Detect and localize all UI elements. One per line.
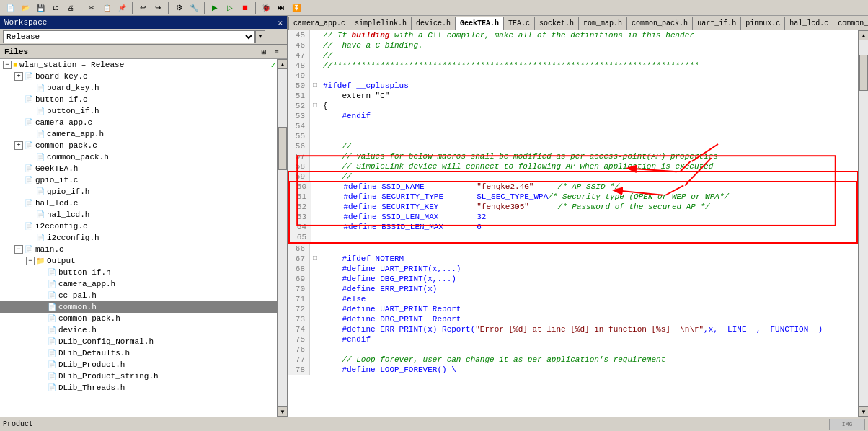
tab-camera-app-c[interactable]: camera_app.c xyxy=(288,17,350,30)
file-icon: 📄 xyxy=(36,187,45,196)
toolbar-saveall-btn[interactable]: 🗂 xyxy=(48,1,63,14)
list-item[interactable]: 📄 DLib_Product_string.h xyxy=(0,370,277,382)
line-content: // Values for below macros shall be modi… xyxy=(320,151,858,161)
code-line: 59 // xyxy=(288,172,858,182)
files-icon-1[interactable]: ⊞ xyxy=(258,46,270,58)
line-number: 60 xyxy=(290,182,311,192)
list-item[interactable]: 📄 gpio_if.h xyxy=(0,186,277,197)
toggle-icon[interactable]: − xyxy=(14,245,23,254)
list-item[interactable]: 📄 cc_pal.h xyxy=(0,290,277,301)
toolbar-stop-btn[interactable]: ⏹ xyxy=(238,1,252,14)
list-item[interactable]: 📄 common_pack.h xyxy=(0,151,277,163)
toolbar-undo-btn[interactable]: ↩ xyxy=(136,1,150,14)
code-line: 58 // SimpleLink device will connect to … xyxy=(288,161,858,172)
tab-simplelink-h[interactable]: simplelink.h xyxy=(350,17,412,30)
line-number: 71 xyxy=(288,294,310,304)
list-item[interactable]: 📄 DLib_Product.h xyxy=(0,359,277,370)
toolbar-step2-btn[interactable]: ⏬ xyxy=(289,1,304,14)
list-item[interactable]: 📄 camera_app.c xyxy=(0,117,277,128)
toggle-icon[interactable]: − xyxy=(26,257,35,265)
list-item[interactable]: 📄 i2cconfig.h xyxy=(0,232,277,244)
toolbar-save-btn[interactable]: 💾 xyxy=(33,1,48,14)
line-number: 55 xyxy=(288,131,310,141)
tab-hal-lcd-c[interactable]: hal_lcd.c xyxy=(784,17,833,30)
tab-common-pack-h[interactable]: common_pack.h xyxy=(626,17,693,30)
list-item[interactable]: 📄 DLib_Config_Normal.h xyxy=(0,336,277,347)
toolbar-print-btn[interactable]: 🖨 xyxy=(63,1,78,14)
list-item[interactable]: 📄 device.h xyxy=(0,324,277,336)
list-item[interactable]: 📄 gpio_if.c xyxy=(0,174,277,186)
tree-area[interactable]: − ■ wlan_station – Release ✓ + 📄 board_k… xyxy=(0,59,277,417)
line-fold-btn[interactable]: □ xyxy=(310,101,320,111)
toolbar-paste-btn[interactable]: 📌 xyxy=(115,1,129,14)
line-fold-btn[interactable]: □ xyxy=(310,254,320,264)
list-item[interactable]: 📄 hal_lcd.h xyxy=(0,209,277,221)
tab-geektea-h[interactable]: GeekTEA.h xyxy=(455,17,504,30)
line-fold-space xyxy=(310,294,320,304)
code-scrollbar[interactable]: ▲ ▼ xyxy=(858,30,868,417)
list-item[interactable]: 📄 camera_app.h xyxy=(0,128,277,140)
file-icon: 📄 xyxy=(25,118,33,127)
sidebar-scrollbar[interactable]: ▲ ▼ xyxy=(277,59,287,417)
line-fold-space xyxy=(310,50,320,61)
toolbar-run2-btn[interactable]: ▷ xyxy=(223,1,237,14)
item-label: button_if.c xyxy=(35,95,88,104)
toolbar-cut-btn[interactable]: ✂ xyxy=(84,1,99,14)
tab-pinmux-c[interactable]: pinmux.c xyxy=(740,17,785,30)
list-item[interactable]: 📄 hal_lcd.c xyxy=(0,197,277,209)
line-content: { xyxy=(320,101,858,111)
toolbar-debug-btn[interactable]: 🐞 xyxy=(259,1,273,14)
toggle-icon[interactable]: + xyxy=(14,141,23,150)
list-item[interactable]: 📄 camera_app.h xyxy=(0,278,277,290)
scrollbar-down-btn[interactable]: ▼ xyxy=(278,406,287,417)
scrollbar-up-btn[interactable]: ▲ xyxy=(278,59,287,69)
workspace-close[interactable]: ✕ xyxy=(278,18,283,27)
list-item[interactable]: 📄 board_key.h xyxy=(0,82,277,94)
toggle-icon[interactable]: − xyxy=(3,61,12,69)
code-scrollbar-thumb[interactable] xyxy=(859,55,868,91)
item-label: board_key.h xyxy=(47,84,99,92)
list-item[interactable]: 📄 common.h xyxy=(0,301,277,313)
config-arrow-btn[interactable]: ▼ xyxy=(255,30,265,43)
line-fold-space xyxy=(310,30,320,40)
list-item[interactable]: + 📄 board_key.c xyxy=(0,71,277,82)
list-item[interactable]: 📄 button_if.h xyxy=(0,267,277,278)
toolbar-step-btn[interactable]: ⏭ xyxy=(274,1,288,14)
list-item[interactable]: + 📄 common_pack.c xyxy=(0,140,277,151)
toolbar-run-btn[interactable]: ▶ xyxy=(208,1,222,14)
toolbar-build-btn[interactable]: ⚙ xyxy=(172,1,186,14)
tab-tea-c[interactable]: TEA.c xyxy=(503,17,535,30)
files-icon-2[interactable]: ≡ xyxy=(271,46,283,58)
list-item[interactable]: 📄 GeekTEA.h xyxy=(0,163,277,174)
line-fold-btn[interactable]: □ xyxy=(310,81,320,91)
tab-rom-map-h[interactable]: rom_map.h xyxy=(578,17,627,30)
list-item[interactable]: 📄 button_if.h xyxy=(0,105,277,117)
config-select[interactable]: Release xyxy=(3,30,255,43)
toolbar-new-btn[interactable]: 📄 xyxy=(3,1,17,14)
code-editor[interactable]: 45 // If building with a C++ compiler, m… xyxy=(288,30,858,417)
list-item[interactable]: 📄 button_if.c xyxy=(0,94,277,105)
tab-device-h[interactable]: device.h xyxy=(411,17,456,30)
list-item[interactable]: − 📄 main.c xyxy=(0,244,277,255)
tab-common-pack-c[interactable]: common_pack.c xyxy=(833,17,868,30)
toggle-icon[interactable]: + xyxy=(14,72,23,81)
code-scroll-down-btn[interactable]: ▼ xyxy=(859,406,868,417)
toolbar-rebuild-btn[interactable]: 🔧 xyxy=(187,1,201,14)
list-item[interactable]: 📄 DLib_Threads.h xyxy=(0,382,277,394)
line-content: #endif xyxy=(320,111,858,121)
list-item[interactable]: − 📁 Output xyxy=(0,255,277,267)
item-label: common_pack.h xyxy=(58,314,120,323)
scrollbar-thumb[interactable] xyxy=(278,127,287,170)
toolbar-redo-btn[interactable]: ↪ xyxy=(151,1,165,14)
tab-socket-h[interactable]: socket.h xyxy=(534,17,579,30)
list-item[interactable]: − ■ wlan_station – Release ✓ xyxy=(0,59,277,71)
toolbar-copy-btn[interactable]: 📋 xyxy=(99,1,114,14)
line-fold-space xyxy=(310,274,320,284)
list-item[interactable]: 📄 i2cconfig.c xyxy=(0,221,277,232)
tab-uart-if-h[interactable]: uart_if.h xyxy=(692,17,741,30)
list-item[interactable]: 📄 DLib_Defaults.h xyxy=(0,347,277,359)
toolbar-open-btn[interactable]: 📂 xyxy=(18,1,32,14)
line-content xyxy=(320,121,858,131)
list-item[interactable]: 📄 common_pack.h xyxy=(0,313,277,324)
code-scroll-up-btn[interactable]: ▲ xyxy=(859,30,868,40)
